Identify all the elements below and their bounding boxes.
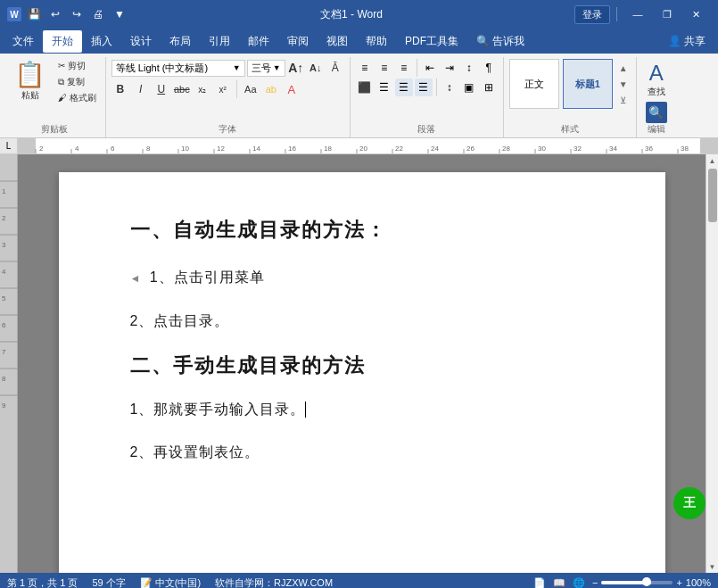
menu-layout[interactable]: 布局 [161,30,200,53]
style-normal-box[interactable]: 正文 [509,59,559,109]
undo-quick-btn[interactable]: ↩ [46,5,64,23]
redo-quick-btn[interactable]: ↪ [68,5,86,23]
paragraph-group: ≡ ≡ ≡ ⇤ ⇥ ↕ ¶ ⬛ ☰ ☰ ☰ ↕ ▣ ⊞ [351,57,504,137]
font-size-value: 三号 [252,62,271,75]
zoom-in-btn[interactable]: + [676,577,681,588]
login-button[interactable]: 登录 [574,5,610,24]
underline-button[interactable]: U [153,80,170,98]
font-name-arrow[interactable]: ▼ [233,63,241,72]
document-para2: 2、点击目录。 [130,309,594,335]
style-down-arrow[interactable]: ▼ [616,77,631,91]
para-row1: ≡ ≡ ≡ ⇤ ⇥ ↕ ¶ [356,59,498,77]
numbering-button[interactable]: ≡ [376,59,393,77]
font-size-select[interactable]: 三号 ▼ [247,60,285,77]
font-color-button[interactable]: A [283,80,301,98]
view-normal-icon[interactable]: 📄 [533,577,546,589]
quick-print-btn[interactable]: 🖨 [89,5,107,23]
paste-button[interactable]: 📋 粘贴 [9,59,51,105]
zoom-thumb[interactable] [642,577,651,586]
search-icon-button[interactable]: 🔍 [646,102,667,123]
font-name-select[interactable]: 等线 Light (中文标题) ▼ [111,60,245,77]
separator3 [436,79,437,96]
sougou-icon[interactable]: 王 [673,487,706,519]
find-button[interactable]: A 查找 [642,59,671,100]
menu-view[interactable]: 视图 [318,30,357,53]
zoom-out-btn[interactable]: − [592,577,598,588]
justify-button[interactable]: ☰ [415,79,433,96]
vertical-scrollbar[interactable]: ▲ ▼ [706,154,718,573]
multilevel-button[interactable]: ≡ [395,59,413,77]
view-read-icon[interactable]: 📖 [553,577,565,589]
svg-text:3: 3 [2,241,6,249]
sort-button[interactable]: ↕ [460,59,478,77]
menu-design[interactable]: 设计 [121,30,161,53]
menu-share[interactable]: 👤 共享 [659,30,714,53]
paste-icon: 📋 [14,62,45,87]
menu-references[interactable]: 引用 [200,30,239,53]
align-left-button[interactable]: ⬛ [356,79,374,96]
scroll-thumb[interactable] [708,169,717,222]
font-shrink-button[interactable]: A↓ [307,59,325,77]
menu-tell-me[interactable]: 🔍 告诉我 [467,30,533,53]
svg-text:9: 9 [2,402,6,410]
scroll-up-arrow[interactable]: ▲ [706,154,719,167]
menu-mailings[interactable]: 邮件 [239,30,278,53]
line-spacing-button[interactable]: ↕ [441,79,458,96]
document-page: 一、自动生成目录的方法： ◄ 1、点击引用菜单 2、点击目录。 二、手动生成目录… [59,172,665,573]
menu-file[interactable]: 文件 [4,30,43,53]
window-controls: — ❐ ✕ [623,5,711,23]
subscript-button[interactable]: x₂ [194,80,211,98]
borders-button[interactable]: ⊞ [480,79,498,96]
menu-pdf[interactable]: PDF工具集 [396,30,467,53]
menu-help[interactable]: 帮助 [357,30,396,53]
indent-marker1: ◄ [130,272,142,285]
highlight-button[interactable]: ab [262,80,280,98]
style-group: 正文 标题1 ▲ ▼ ⊻ 样式 [504,57,637,137]
italic-button[interactable]: I [132,80,150,98]
menu-home[interactable]: 开始 [43,30,82,53]
svg-text:26: 26 [466,145,475,153]
cut-button[interactable]: ✂ 剪切 [54,59,100,73]
menu-bar: 文件 开始 插入 设计 布局 引用 邮件 审阅 视图 帮助 PDF工具集 🔍 告… [0,29,718,54]
view-web-icon[interactable]: 🌐 [573,577,585,589]
svg-text:18: 18 [324,145,332,153]
style-expand-arrow[interactable]: ⊻ [616,93,631,107]
menu-review[interactable]: 审阅 [278,30,318,53]
font-size-arrow[interactable]: ▼ [273,63,281,72]
ruler-corner[interactable]: L [0,138,18,154]
scroll-down-arrow[interactable]: ▼ [706,560,719,573]
menu-insert[interactable]: 插入 [82,30,121,53]
document-scroll[interactable]: 一、自动生成目录的方法： ◄ 1、点击引用菜单 2、点击目录。 二、手动生成目录… [18,154,706,573]
svg-text:4: 4 [2,268,6,276]
style-up-arrow[interactable]: ▲ [616,61,631,75]
clear-format-button[interactable]: Ā [326,59,344,77]
svg-text:14: 14 [252,145,260,153]
shading-button[interactable]: ▣ [460,79,478,96]
increase-indent-button[interactable]: ⇥ [441,59,458,77]
para-row2: ⬛ ☰ ☰ ☰ ↕ ▣ ⊞ [356,79,498,96]
align-center-button[interactable]: ☰ [376,79,393,96]
copy-button[interactable]: ⧉ 复制 [54,75,100,89]
ribbon: 📋 粘贴 ✂ 剪切 ⧉ 复制 🖌 格式刷 剪贴板 等线 Light (中文标题)… [0,54,718,138]
customize-quick-btn[interactable]: ▼ [111,5,128,23]
font-label: 字体 [106,123,350,136]
strikethrough-button[interactable]: abc [173,80,191,98]
show-marks-button[interactable]: ¶ [480,59,498,77]
change-case-button[interactable]: Aa [242,80,260,98]
title-bar-right: 登录 — ❐ ✕ [574,5,711,24]
superscript-button[interactable]: x² [214,80,232,98]
vertical-ruler: 1 2 3 4 5 6 7 8 9 [0,154,18,573]
style-heading-box[interactable]: 标题1 [563,59,613,109]
bullets-button[interactable]: ≡ [356,59,374,77]
close-button[interactable]: ✕ [682,5,711,23]
zoom-track[interactable] [601,581,673,584]
save-quick-btn[interactable]: 💾 [25,5,43,23]
font-grow-button[interactable]: A↑ [287,59,305,77]
align-right-button[interactable]: ☰ [395,79,413,96]
format-painter-button[interactable]: 🖌 格式刷 [54,91,100,105]
bold-button[interactable]: B [111,80,129,98]
decrease-indent-button[interactable]: ⇤ [421,59,439,77]
restore-button[interactable]: ❐ [653,5,681,23]
scroll-track[interactable] [706,167,719,560]
minimize-button[interactable]: — [623,5,652,23]
